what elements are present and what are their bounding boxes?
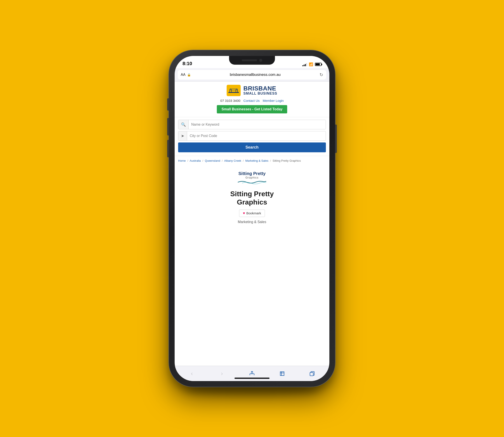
tabs-button[interactable] xyxy=(306,368,318,379)
bookmark-label: Bookmark xyxy=(246,211,261,215)
volume-down-button xyxy=(167,140,169,157)
reload-button[interactable]: ↻ xyxy=(320,72,323,77)
wifi-icon: 📶 xyxy=(309,62,313,66)
search-section: 🔍 ➤ Search xyxy=(175,117,329,156)
heart-icon: ♥ xyxy=(243,211,245,215)
power-button xyxy=(335,125,337,153)
status-icons: 📶 xyxy=(302,62,322,66)
breadcrumb-current: Sitting Pretty Graphics xyxy=(272,159,301,162)
business-logo: Sitting Pretty Graphics xyxy=(230,171,274,185)
site-header: BRISBANE SMALL BUSINESS 07 3103 3400 Con… xyxy=(175,80,329,117)
signal-icon xyxy=(302,63,307,66)
phone-shell: 8:10 📶 AA � xyxy=(169,50,335,387)
phone-frame: 8:10 📶 AA � xyxy=(169,50,335,387)
svg-rect-4 xyxy=(310,372,313,376)
status-time: 8:10 xyxy=(182,61,192,66)
location-search-row: ➤ xyxy=(178,131,326,141)
phone-screen: 8:10 📶 AA � xyxy=(175,56,329,381)
header-contact: 07 3103 3400 Contact Us Member Login xyxy=(179,99,325,102)
contact-us-link[interactable]: Contact Us xyxy=(243,99,260,102)
mute-button xyxy=(167,98,169,110)
get-listed-button[interactable]: Small Businesses - Get Listed Today xyxy=(217,105,287,113)
business-category: Marketing & Sales xyxy=(179,220,325,224)
browser-content: ☰ Menu xyxy=(175,70,329,381)
keyword-input[interactable] xyxy=(189,120,326,129)
logo-small-business: SMALL BUSINESS xyxy=(243,91,277,96)
breadcrumb-albany-creek[interactable]: Albany Creek xyxy=(224,159,241,162)
reader-mode-button[interactable]: AA xyxy=(181,73,185,77)
speaker xyxy=(242,60,257,61)
volume-up-button xyxy=(167,118,169,136)
business-section: Sitting Pretty Graphics Sitting Pretty G… xyxy=(175,166,329,229)
logo-icon xyxy=(227,85,241,96)
phone-number: 07 3103 3400 xyxy=(220,99,241,102)
logo-text: BRISBANE SMALL BUSINESS xyxy=(243,85,277,96)
location-input[interactable] xyxy=(187,132,326,140)
breadcrumb-queensland[interactable]: Queensland xyxy=(205,159,220,162)
bookmarks-button[interactable] xyxy=(276,368,288,379)
battery-icon xyxy=(315,63,322,66)
url-text[interactable]: brisbanesmallbusiness.com.au xyxy=(192,72,318,77)
camera xyxy=(259,59,262,62)
logo-container: BRISBANE SMALL BUSINESS xyxy=(179,85,325,96)
keyword-search-row: 🔍 xyxy=(178,120,326,129)
location-icon: ➤ xyxy=(178,131,187,140)
bookmark-button[interactable]: ♥ Bookmark xyxy=(239,209,265,217)
svg-rect-1 xyxy=(228,92,239,93)
breadcrumb-australia[interactable]: Australia xyxy=(190,159,201,162)
wave-decoration xyxy=(238,180,266,184)
browser-chrome: AA 🔒 brisbanesmallbusiness.com.au ↻ xyxy=(175,68,329,81)
search-button[interactable]: Search xyxy=(178,142,326,152)
forward-button[interactable]: › xyxy=(216,368,228,379)
biz-logo-sub: Graphics xyxy=(230,176,274,179)
logo-brisbane: BRISBANE xyxy=(243,85,277,91)
biz-logo-text: Sitting Pretty xyxy=(230,171,274,176)
home-indicator xyxy=(234,377,270,379)
breadcrumb-home[interactable]: Home xyxy=(178,159,186,162)
member-login-link[interactable]: Member Login xyxy=(263,99,284,102)
business-name: Sitting Pretty Graphics xyxy=(179,190,325,207)
keyword-search-icon: 🔍 xyxy=(178,120,189,129)
breadcrumb: Home / Australia / Queensland / Albany C… xyxy=(175,156,329,166)
ssl-icon: 🔒 xyxy=(187,73,191,77)
breadcrumb-marketing-sales[interactable]: Marketing & Sales xyxy=(245,159,269,162)
url-bar[interactable]: AA 🔒 brisbanesmallbusiness.com.au ↻ xyxy=(178,70,326,79)
notch xyxy=(229,56,275,65)
back-button[interactable]: ‹ xyxy=(186,368,198,379)
